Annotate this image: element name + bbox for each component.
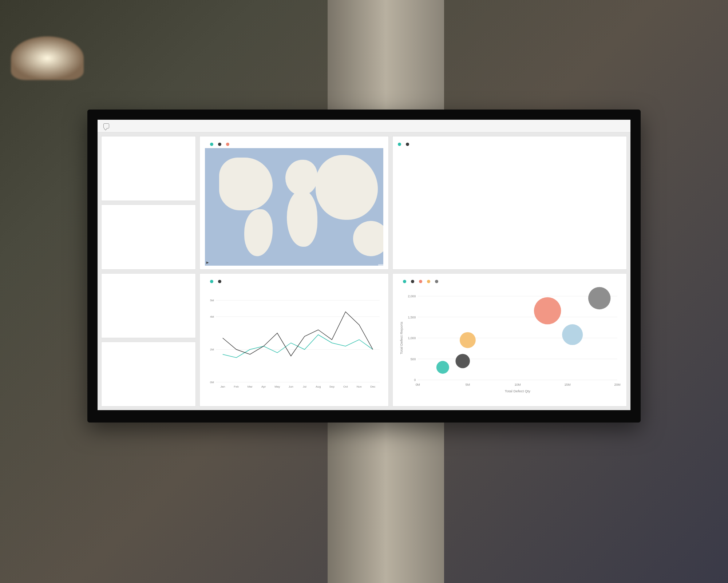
svg-text:Sep: Sep — [329, 385, 335, 388]
svg-text:0: 0 — [414, 378, 416, 382]
world-map[interactable]: ▸ — [205, 148, 383, 266]
svg-text:2,000: 2,000 — [408, 294, 416, 298]
line-chart-tile[interactable]: 5M4M2M0MJanFebMarAprMayJunJulAugSepOctNo… — [199, 273, 389, 407]
svg-text:500: 500 — [411, 357, 416, 361]
svg-text:Jun: Jun — [289, 385, 293, 388]
svg-text:1,500: 1,500 — [408, 315, 416, 319]
svg-text:Nov: Nov — [357, 385, 362, 388]
line-chart: 5M4M2M0MJanFebMarAprMayJunJulAugSepOctNo… — [205, 285, 383, 403]
kpi-column-top — [101, 136, 196, 270]
svg-text:10M: 10M — [514, 383, 521, 386]
svg-text:Apr: Apr — [261, 385, 266, 388]
svg-point-38 — [534, 297, 561, 324]
svg-text:Oct: Oct — [343, 385, 348, 388]
dashboard-screen: ▸ — [98, 120, 630, 410]
svg-point-36 — [455, 354, 470, 368]
combo-chart — [398, 148, 621, 266]
svg-text:5M: 5M — [210, 299, 214, 302]
svg-text:0M: 0M — [416, 383, 420, 386]
scatter-chart-tile[interactable]: 2,0001,5001,00050000M5M10M15M20MTotal De… — [392, 273, 627, 407]
bing-logo: ▸ — [206, 260, 209, 265]
svg-text:1,000: 1,000 — [408, 336, 416, 340]
map-tile[interactable]: ▸ — [199, 136, 389, 270]
kpi-no-impact[interactable] — [101, 273, 196, 338]
monitor-frame: ▸ — [87, 110, 641, 423]
map-legend — [205, 143, 383, 146]
svg-text:Dec: Dec — [370, 385, 375, 388]
kpi-total-downtime[interactable] — [101, 205, 196, 269]
chat-icon — [103, 123, 109, 128]
svg-point-35 — [436, 361, 449, 373]
svg-point-37 — [460, 332, 476, 348]
svg-text:Jan: Jan — [220, 385, 225, 388]
line-legend — [205, 280, 383, 283]
map-copyright — [378, 264, 383, 266]
svg-text:Feb: Feb — [234, 385, 239, 388]
svg-text:15M: 15M — [564, 383, 570, 386]
kpi-column-bottom — [101, 273, 196, 407]
qa-bar[interactable] — [98, 120, 630, 132]
svg-text:5M: 5M — [466, 383, 470, 386]
svg-text:May: May — [274, 385, 280, 388]
dashboard-grid: ▸ — [98, 132, 630, 410]
scatter-chart: 2,0001,5001,00050000M5M10M15M20MTotal De… — [398, 285, 621, 403]
svg-text:Jul: Jul — [303, 385, 306, 388]
kpi-total-defect-qty[interactable] — [101, 136, 196, 201]
svg-text:4M: 4M — [210, 315, 214, 318]
combo-legend — [398, 143, 621, 146]
svg-text:Total Defect Reports: Total Defect Reports — [399, 322, 403, 354]
svg-text:Total Defect Qty: Total Defect Qty — [505, 389, 530, 393]
svg-text:20M: 20M — [614, 383, 621, 386]
svg-text:0M: 0M — [210, 381, 214, 384]
svg-text:Aug: Aug — [316, 385, 321, 388]
svg-point-39 — [562, 324, 583, 345]
svg-text:2M: 2M — [210, 348, 214, 351]
combo-chart-tile[interactable] — [392, 136, 627, 270]
svg-point-40 — [588, 287, 610, 309]
kpi-with-impact[interactable] — [101, 342, 196, 406]
svg-text:Mar: Mar — [248, 385, 253, 388]
scatter-legend — [398, 280, 621, 283]
